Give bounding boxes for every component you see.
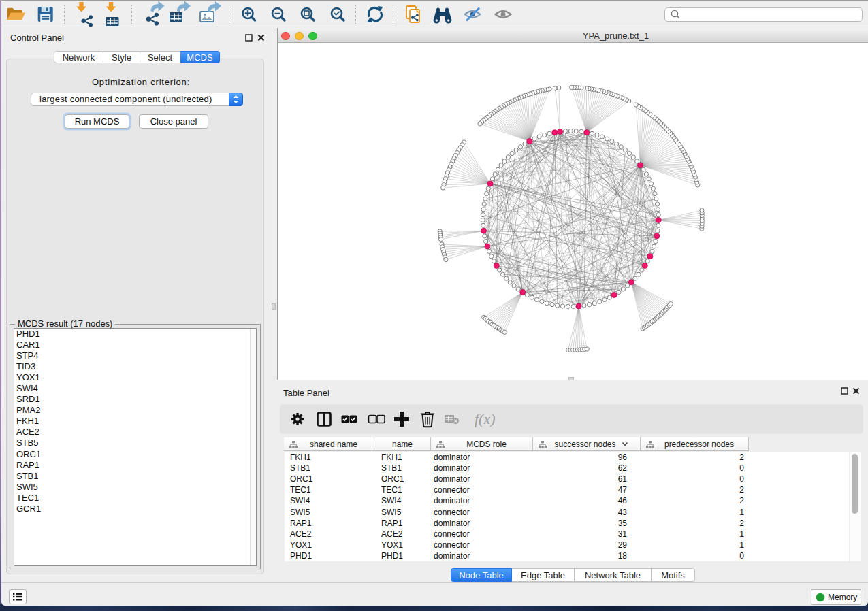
svg-text:f(x): f(x) <box>475 410 496 427</box>
